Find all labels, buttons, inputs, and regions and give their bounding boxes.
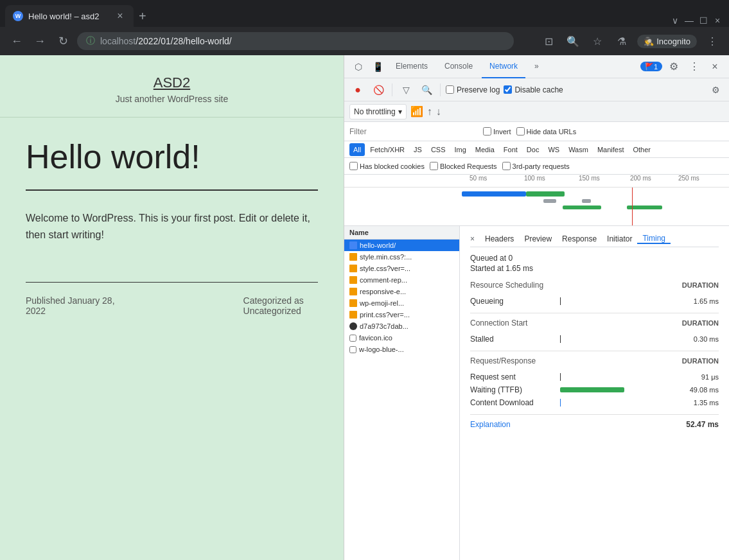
file-item-1[interactable]: style.min.css?:... xyxy=(344,251,459,263)
file-item-6[interactable]: print.css?ver=... xyxy=(344,309,459,320)
invert-checkbox[interactable] xyxy=(483,127,491,136)
network-toolbar-2: No throttling ▾ 📶 ↑ ↓ xyxy=(344,101,729,122)
download-icon[interactable]: ↓ xyxy=(436,106,441,118)
notification-badge[interactable]: 🚩 1 xyxy=(640,62,662,71)
menu-icon[interactable]: ⋮ xyxy=(703,32,721,50)
file-item-8[interactable]: favicon.ico xyxy=(344,332,459,344)
file-icon-4 xyxy=(349,288,357,295)
col-response[interactable]: Response xyxy=(557,234,602,243)
active-tab[interactable]: W Hello world! – asd2 × xyxy=(5,5,134,27)
incognito-badge[interactable]: 🕵 Incognito xyxy=(637,35,697,48)
post-content: Welcome to WordPress. This is your first… xyxy=(26,210,318,243)
queueing-bar-area xyxy=(560,297,677,305)
tab-close-button[interactable]: × xyxy=(114,10,126,22)
third-party-checkbox[interactable] xyxy=(502,162,511,170)
close-window-button[interactable]: × xyxy=(711,14,724,27)
blocked-cookies-checkbox[interactable] xyxy=(349,162,358,170)
file-item-4[interactable]: responsive-e... xyxy=(344,286,459,297)
tab-elements[interactable]: Elements xyxy=(388,55,435,78)
tab-network[interactable]: Network xyxy=(482,55,525,78)
timing-panel: × Headers Preview Response Initiator Tim… xyxy=(460,226,729,560)
file-checkbox-9[interactable] xyxy=(349,346,356,353)
throttle-select[interactable]: No throttling ▾ xyxy=(349,104,407,119)
disable-cache-checkbox[interactable] xyxy=(504,85,512,94)
preserve-log-checkbox[interactable] xyxy=(446,85,454,94)
type-btn-font[interactable]: Font xyxy=(500,143,522,156)
hide-data-urls-checkbox[interactable] xyxy=(516,127,525,136)
search-icon[interactable]: 🔍 xyxy=(564,32,582,50)
record-button[interactable]: ● xyxy=(349,82,366,98)
preserve-log-label[interactable]: Preserve log xyxy=(446,85,500,94)
file-item-3[interactable]: comment-rep... xyxy=(344,274,459,286)
close-detail-button[interactable]: × xyxy=(470,234,475,243)
blocked-requests-label[interactable]: Blocked Requests xyxy=(430,162,497,170)
file-item-9[interactable]: w-logo-blue-... xyxy=(344,344,459,355)
column-headers: × Headers Preview Response Initiator Tim… xyxy=(470,234,719,247)
type-btn-media[interactable]: Media xyxy=(471,143,498,156)
type-btn-css[interactable]: CSS xyxy=(427,143,450,156)
tab-more[interactable]: » xyxy=(527,55,547,78)
file-checkbox-8[interactable] xyxy=(349,335,356,342)
reload-button[interactable]: ↻ xyxy=(54,32,72,50)
file-item-7[interactable]: d7a973c7dab... xyxy=(344,320,459,332)
minimize-button[interactable]: ∨ xyxy=(669,14,681,27)
type-btn-js[interactable]: JS xyxy=(410,143,426,156)
resource-scheduling-section: Resource Scheduling DURATION Queueing 1.… xyxy=(470,281,719,308)
bookmark-icon[interactable]: ☆ xyxy=(588,32,606,50)
settings-button[interactable]: ⚙ xyxy=(665,58,683,76)
col-timing[interactable]: Timing xyxy=(637,234,671,244)
filter-button[interactable]: ▽ xyxy=(398,82,414,98)
search-button[interactable]: 🔍 xyxy=(418,82,435,98)
file-icon-2 xyxy=(349,265,357,272)
disable-cache-label[interactable]: Disable cache xyxy=(504,85,563,94)
explanation-link[interactable]: Explanation xyxy=(470,420,511,429)
timeline-ruler: 50 ms 100 ms 150 ms 200 ms 250 ms xyxy=(344,175,729,188)
queued-info: Queued at 0 xyxy=(470,254,719,263)
extensions-icon[interactable]: ⚗ xyxy=(613,32,631,50)
file-item-5[interactable]: wp-emoji-rel... xyxy=(344,297,459,309)
type-btn-doc[interactable]: Doc xyxy=(523,143,543,156)
back-button[interactable]: ← xyxy=(8,32,26,50)
restore-button[interactable]: — xyxy=(683,14,696,27)
type-btn-img[interactable]: Img xyxy=(451,143,470,156)
col-initiator[interactable]: Initiator xyxy=(602,234,637,243)
hide-data-urls-label[interactable]: Hide data URLs xyxy=(516,127,577,136)
devtools-device-icon[interactable]: 📱 xyxy=(369,58,387,76)
post-meta: Published January 28, 2022 Categorized a… xyxy=(26,282,318,316)
file-item-2[interactable]: style.css?ver=... xyxy=(344,263,459,274)
close-devtools-button[interactable]: × xyxy=(706,58,724,76)
main-area: ASD2 Just another WordPress site Hello w… xyxy=(0,55,729,560)
forward-button[interactable]: → xyxy=(31,32,49,50)
col-headers[interactable]: Headers xyxy=(480,234,519,243)
third-party-label[interactable]: 3rd-party requests xyxy=(502,162,570,170)
more-options-button[interactable]: ⋮ xyxy=(685,58,703,76)
type-btn-all[interactable]: All xyxy=(349,143,365,156)
col-preview[interactable]: Preview xyxy=(519,234,557,243)
extra-filter-bar: Has blocked cookies Blocked Requests 3rd… xyxy=(344,158,729,175)
blocked-requests-checkbox[interactable] xyxy=(430,162,438,170)
maximize-button[interactable]: ☐ xyxy=(697,14,710,27)
url-text: localhost/2022/01/28/hello-world/ xyxy=(100,36,232,46)
clear-button[interactable]: 🚫 xyxy=(370,82,387,98)
type-btn-fetch-xhr[interactable]: Fetch/XHR xyxy=(366,143,408,156)
type-btn-manifest[interactable]: Manifest xyxy=(593,143,628,156)
file-item-0[interactable]: hello-world/ xyxy=(344,240,459,251)
devtools-inspect-icon[interactable]: ⬡ xyxy=(349,58,367,76)
type-btn-other[interactable]: Other xyxy=(629,143,654,156)
request-response-header: Request/Response DURATION xyxy=(470,356,719,367)
type-btn-wasm[interactable]: Wasm xyxy=(565,143,592,156)
type-btn-ws[interactable]: WS xyxy=(544,143,563,156)
network-settings-button[interactable]: ⚙ xyxy=(707,82,724,98)
incognito-icon: 🕵 xyxy=(644,37,654,46)
blocked-cookies-label[interactable]: Has blocked cookies xyxy=(349,162,425,170)
new-tab-button[interactable]: + xyxy=(134,9,152,24)
invert-label[interactable]: Invert xyxy=(483,127,511,136)
site-title: ASD2 xyxy=(13,74,331,91)
tab-console[interactable]: Console xyxy=(437,55,480,78)
filter-input[interactable] xyxy=(349,127,478,136)
url-bar[interactable]: ⓘ localhost/2022/01/28/hello-world/ xyxy=(77,32,514,50)
cast-icon[interactable]: ⊡ xyxy=(540,32,558,50)
tab-bar: W Hello world! – asd2 × + ∨ — ☐ × xyxy=(0,0,729,27)
wifi-icon[interactable]: 📶 xyxy=(410,105,423,118)
upload-icon[interactable]: ↑ xyxy=(427,106,432,118)
